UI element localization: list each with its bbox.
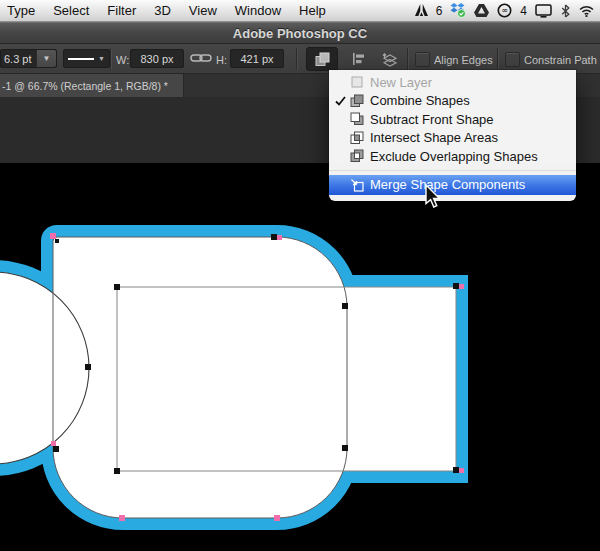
divider (296, 48, 298, 70)
google-drive-icon[interactable] (474, 4, 489, 17)
stroke-width-combo[interactable]: 6.3 pt ▼ (0, 49, 57, 68)
path-operations-icon (315, 52, 330, 67)
bluetooth-icon[interactable] (560, 4, 571, 18)
checkmark-icon (329, 96, 350, 106)
divider (497, 48, 499, 70)
stroke-style-line-icon (68, 58, 94, 60)
chevron-down-icon: ▼ (98, 55, 105, 62)
menu-option-intersect-shape-areas[interactable]: Intersect Shape Areas (329, 129, 576, 148)
width-value: 830 px (140, 53, 173, 65)
menu-separator (329, 170, 576, 171)
path-alignment-icon (351, 52, 366, 66)
menu-option-subtract-front-shape[interactable]: Subtract Front Shape (329, 110, 576, 129)
menu-option-exclude-overlapping-shapes[interactable]: Exclude Overlapping Shapes (329, 147, 576, 166)
stroke-style-combo[interactable]: ▼ (63, 49, 110, 68)
wifi-icon[interactable] (579, 5, 594, 17)
menu-option-combine-shapes[interactable]: Combine Shapes (329, 92, 576, 111)
stroke-width-value: 6.3 pt (4, 53, 32, 65)
shape-layer[interactable] (0, 163, 600, 551)
menu-item-help[interactable]: Help (299, 3, 326, 18)
chevron-down-icon[interactable]: ▼ (36, 50, 56, 67)
adobe-badge-count: 6 (436, 4, 443, 18)
divider (110, 48, 112, 70)
svg-text:∞: ∞ (501, 6, 508, 15)
divider (407, 48, 409, 70)
path-arrangement-icon (381, 52, 397, 67)
new-layer-icon (350, 75, 367, 89)
menu-bar-status-icons: 6 ∞ (415, 3, 600, 18)
height-value: 421 px (240, 53, 273, 65)
menu-item-filter[interactable]: Filter (107, 3, 136, 18)
menu-item-view[interactable]: View (189, 3, 217, 18)
document-canvas[interactable] (0, 163, 600, 551)
window-title-bar[interactable]: Adobe Photoshop CC (0, 22, 600, 44)
path-arrangement-button[interactable] (376, 47, 402, 71)
exclude-overlapping-shapes-icon (350, 149, 367, 163)
cc-badge-count: 4 (520, 4, 527, 18)
mouse-cursor-icon (424, 184, 442, 214)
display-icon[interactable] (535, 4, 552, 18)
menu-option-merge-shape-components[interactable]: Merge Shape Components (329, 175, 576, 195)
menu-item-type[interactable]: Type (7, 3, 35, 18)
creative-cloud-icon[interactable]: ∞ (497, 3, 512, 18)
menu-bar: Type Select Filter 3D View Window Help 6 (0, 0, 600, 22)
menu-item-select[interactable]: Select (53, 3, 89, 18)
dropbox-icon[interactable] (450, 3, 466, 18)
intersect-shape-areas-icon (350, 131, 367, 145)
menu-option-new-layer: New Layer (329, 73, 576, 92)
height-label: H: (216, 54, 227, 66)
document-tab[interactable]: -1 @ 66.7% (Rectangle 1, RGB/8) * (0, 74, 184, 97)
align-edges-checkbox[interactable] (415, 52, 430, 67)
photoshop-screen: -1 @ 66.7% (Rectangle 1, RGB/8) * 6.3 pt… (0, 0, 600, 551)
combine-shapes-icon (350, 94, 367, 108)
link-dimensions-icon[interactable] (190, 51, 212, 65)
width-label: W: (116, 54, 129, 66)
document-tab-title: -1 @ 66.7% (Rectangle 1, RGB/8) * (2, 80, 168, 92)
subtract-front-shape-icon (350, 112, 367, 126)
window-title: Adobe Photoshop CC (233, 26, 367, 41)
constrain-path-label: Constrain Path Dra (524, 54, 600, 66)
align-edges-label: Align Edges (434, 54, 493, 66)
path-alignment-button[interactable] (345, 47, 371, 71)
path-operations-menu: New Layer Combine Shapes Subtr (329, 70, 576, 201)
menu-item-3d[interactable]: 3D (154, 3, 171, 18)
merge-shape-components-icon (350, 178, 367, 192)
width-input[interactable]: 830 px (130, 49, 184, 68)
adobe-icon[interactable] (415, 4, 428, 17)
constrain-path-checkbox[interactable] (505, 52, 520, 67)
menu-item-window[interactable]: Window (235, 3, 281, 18)
height-input[interactable]: 421 px (230, 49, 284, 68)
path-operations-button[interactable] (306, 47, 338, 71)
